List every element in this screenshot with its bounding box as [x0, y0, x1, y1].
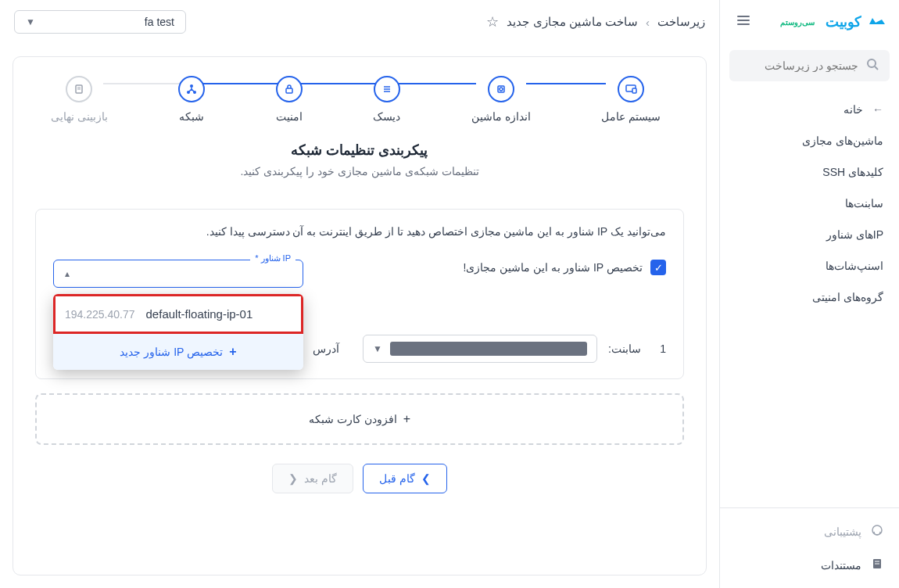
nav-snapshots[interactable]: اسنپ‌شات‌ها — [720, 250, 899, 281]
subnet-index: 1 — [652, 342, 666, 355]
stepper: سیستم عامل اندازه ماشین دیسک — [35, 76, 684, 123]
svg-point-14 — [190, 84, 193, 88]
panel-desc: می‌توانید یک IP شناور به این ماشین مجازی… — [53, 225, 666, 238]
brand-name: کوبیت — [826, 13, 861, 30]
brand-sublogo: سی‌روستم — [780, 18, 815, 27]
btn-label: گام بعد — [304, 472, 337, 485]
network-panel: می‌توانید یک IP شناور به این ماشین مجازی… — [35, 209, 684, 379]
subnet-label: سابنت: — [608, 342, 641, 355]
arrow-icon: ← — [872, 103, 883, 116]
support-icon — [871, 524, 883, 539]
step-network[interactable]: شبکه — [178, 76, 205, 123]
nav-label: اسنپ‌شات‌ها — [826, 260, 883, 272]
wizard-footer: ❯ گام قبل گام بعد ❮ — [35, 464, 684, 493]
step-disk[interactable]: دیسک — [373, 76, 400, 123]
nav-support[interactable]: پشتیبانی — [720, 514, 899, 548]
sidebar: کوبیت سی‌روستم ← خانه ماشین‌های مجازی کل… — [719, 0, 899, 588]
allocate-new-ip[interactable]: + تخصیص IP شناور جدید — [53, 334, 303, 370]
plus-icon: + — [229, 345, 236, 359]
nav: ← خانه ماشین‌های مجازی کلیدهای SSH سابنت… — [720, 88, 899, 507]
svg-point-0 — [868, 59, 876, 67]
ip-name: default-floating-ip-01 — [146, 307, 253, 321]
step-line — [200, 83, 280, 84]
step-label: دیسک — [373, 110, 400, 123]
nav-ssh[interactable]: کلیدهای SSH — [720, 156, 899, 188]
prev-button[interactable]: ❯ گام قبل — [363, 464, 447, 493]
network-icon — [178, 76, 205, 102]
breadcrumb: زیرساخت › ساخت ماشین مجازی جدید ☆ — [486, 13, 705, 30]
docs-icon — [871, 558, 883, 572]
svg-line-1 — [875, 66, 878, 70]
review-icon — [66, 76, 92, 102]
cpu-icon — [488, 76, 514, 102]
chevron-left-icon: ❮ — [288, 472, 298, 485]
address-label: آدرس — [313, 342, 339, 355]
subnet-value-redacted — [390, 342, 587, 356]
chevron-right-icon: ❯ — [421, 472, 431, 485]
page-desc: تنظیمات شبکه‌ی ماشین مجازی خود را پیکربن… — [35, 165, 684, 177]
nav-label: خانه — [843, 103, 863, 116]
step-line — [526, 83, 606, 84]
project-name: fa test — [145, 16, 174, 28]
nav-label: سابنت‌ها — [845, 197, 883, 210]
ip-address: 194.225.40.77 — [65, 308, 135, 321]
caret-up-icon: ▴ — [65, 268, 70, 279]
nav-label: گروه‌های امنیتی — [812, 291, 883, 303]
project-select[interactable]: ▼ fa test — [14, 10, 186, 34]
search-icon — [866, 58, 879, 74]
step-label: امنیت — [276, 110, 303, 123]
topbar: زیرساخت › ساخت ماشین مجازی جدید ☆ ▼ fa t… — [0, 0, 719, 44]
nav-label: IPهای شناور — [826, 228, 883, 241]
nav-docs[interactable]: مستندات — [720, 548, 899, 582]
next-button[interactable]: گام بعد ❮ — [272, 464, 353, 493]
nav-vms[interactable]: ماشین‌های مجازی — [720, 125, 899, 156]
ip-select-box[interactable]: ▴ — [53, 260, 303, 288]
ip-option[interactable]: 194.225.40.77 default-floating-ip-01 — [53, 294, 303, 334]
disk-icon — [374, 76, 400, 102]
add-network-card[interactable]: + افزودن کارت شبکه — [35, 393, 684, 445]
assign-ip-checkbox-row[interactable]: ✓ تخصیص IP شناور به این ماشین مجازی! — [335, 260, 666, 275]
nav-home[interactable]: ← خانه — [720, 94, 899, 125]
step-line — [103, 83, 183, 84]
floating-ip-select[interactable]: IP شناور * ▴ 194.225.40.77 default-float… — [53, 260, 303, 288]
step-security[interactable]: امنیت — [276, 76, 303, 123]
nav-subnets[interactable]: سابنت‌ها — [720, 188, 899, 219]
svg-point-9 — [500, 88, 503, 91]
subnet-select[interactable]: ▼ — [363, 335, 597, 363]
add-card-label: افزودن کارت شبکه — [309, 413, 397, 425]
step-line — [298, 83, 378, 84]
step-line — [396, 83, 475, 84]
caret-down-icon: ▼ — [26, 16, 35, 27]
menu-icon[interactable] — [732, 9, 754, 34]
page-title: پیکربندی تنظیمات شبکه — [35, 142, 684, 159]
svg-rect-7 — [632, 88, 636, 93]
caret-down-icon: ▼ — [373, 343, 382, 354]
wizard-card: سیستم عامل اندازه ماشین دیسک — [13, 56, 707, 575]
nav-label: پشتیبانی — [824, 525, 861, 538]
brand: کوبیت سی‌روستم — [780, 13, 886, 31]
step-label: اندازه ماشین — [471, 110, 531, 123]
nav-floating[interactable]: IPهای شناور — [720, 219, 899, 250]
breadcrumb-parent[interactable]: زیرساخت — [657, 15, 705, 29]
content: سیستم عامل اندازه ماشین دیسک — [0, 44, 719, 588]
btn-label: گام قبل — [379, 472, 415, 485]
step-os[interactable]: سیستم عامل — [601, 76, 661, 123]
search-input[interactable] — [740, 59, 858, 72]
breadcrumb-current: ساخت ماشین مجازی جدید — [507, 15, 638, 29]
nav-label: مستندات — [821, 559, 861, 572]
svg-rect-13 — [286, 88, 292, 93]
checkbox-icon: ✓ — [650, 260, 666, 275]
os-icon — [618, 76, 644, 102]
nav-label: ماشین‌های مجازی — [802, 134, 883, 147]
step-size[interactable]: اندازه ماشین — [471, 76, 531, 123]
step-label: بازبینی نهایی — [51, 110, 108, 123]
sidebar-footer: پشتیبانی مستندات — [720, 507, 899, 588]
ip-select-label: IP شناور * — [250, 253, 295, 264]
lock-icon — [276, 76, 303, 102]
favorite-star-icon[interactable]: ☆ — [486, 13, 499, 30]
brand-logo-icon — [868, 13, 886, 31]
checkbox-label: تخصیص IP شناور به این ماشین مجازی! — [464, 261, 643, 274]
nav-secgroups[interactable]: گروه‌های امنیتی — [720, 281, 899, 313]
search-box[interactable] — [729, 50, 890, 81]
step-review[interactable]: بازبینی نهایی — [51, 76, 108, 123]
